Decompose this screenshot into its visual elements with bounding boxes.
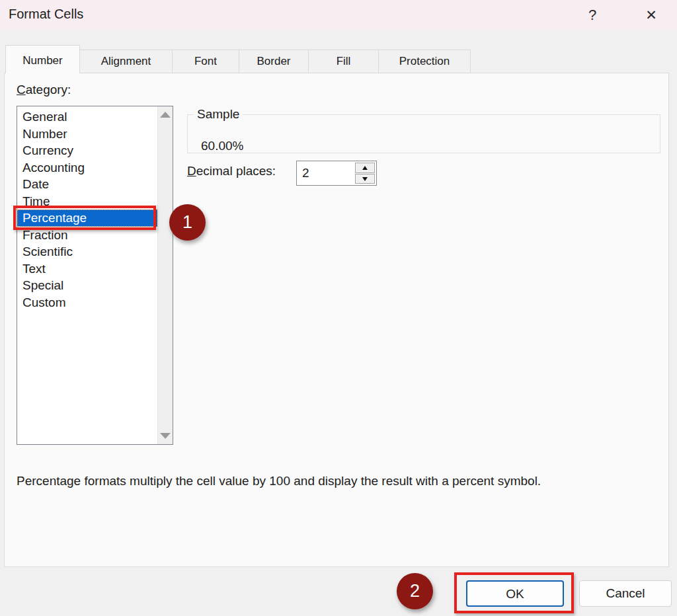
annotation-rect-2 bbox=[454, 572, 574, 613]
list-item-date[interactable]: Date bbox=[17, 176, 157, 193]
close-icon: ✕ bbox=[645, 7, 657, 22]
category-label: Category: bbox=[17, 83, 71, 97]
decimal-places-input[interactable] bbox=[297, 161, 352, 185]
spinner-down-button[interactable] bbox=[355, 174, 375, 184]
sample-legend: Sample bbox=[194, 107, 243, 122]
scroll-down-icon bbox=[160, 433, 171, 439]
tab-protection[interactable]: Protection bbox=[379, 50, 471, 73]
dialog-title: Format Cells bbox=[9, 7, 83, 22]
scroll-down-button[interactable] bbox=[158, 428, 173, 444]
help-icon: ? bbox=[588, 7, 596, 23]
list-item-custom[interactable]: Custom bbox=[17, 294, 157, 311]
annotation-rect-1 bbox=[13, 206, 156, 230]
annotation-badge-2-number: 2 bbox=[410, 581, 420, 601]
number-tab-page: Category: General Number Currency Accoun… bbox=[4, 73, 669, 567]
decimal-places-spinner bbox=[296, 161, 377, 186]
spinner-down-icon bbox=[362, 177, 368, 181]
tab-number[interactable]: Number bbox=[5, 45, 80, 73]
list-item-currency[interactable]: Currency bbox=[17, 142, 157, 159]
tab-font[interactable]: Font bbox=[173, 50, 239, 73]
annotation-badge-2: 2 bbox=[397, 573, 433, 609]
list-item-text[interactable]: Text bbox=[17, 260, 157, 278]
close-button[interactable]: ✕ bbox=[637, 3, 665, 27]
annotation-badge-1: 1 bbox=[169, 204, 206, 241]
tab-strip: Number Alignment Font Border Fill Protec… bbox=[5, 45, 471, 73]
spinner-up-button[interactable] bbox=[355, 163, 375, 173]
listbox-scrollbar[interactable] bbox=[157, 106, 173, 444]
list-item-scientific[interactable]: Scientific bbox=[17, 243, 157, 260]
sample-groupbox: Sample 60.00% bbox=[187, 107, 660, 153]
list-item-number[interactable]: Number bbox=[17, 126, 157, 143]
scroll-up-button[interactable] bbox=[158, 106, 173, 123]
list-item-accounting[interactable]: Accounting bbox=[17, 159, 157, 176]
decimal-places-label: Decimal places: bbox=[187, 164, 276, 178]
tab-fill[interactable]: Fill bbox=[309, 50, 379, 73]
scroll-up-icon bbox=[160, 112, 171, 118]
tab-border[interactable]: Border bbox=[239, 50, 309, 73]
spinner-up-icon bbox=[362, 166, 368, 170]
tab-alignment[interactable]: Alignment bbox=[80, 50, 173, 73]
list-item-general[interactable]: General bbox=[17, 108, 157, 126]
sample-value: 60.00% bbox=[201, 139, 243, 153]
list-item-special[interactable]: Special bbox=[17, 277, 157, 294]
annotation-badge-1-number: 1 bbox=[182, 212, 192, 233]
titlebar: Format Cells ? ✕ bbox=[0, 0, 677, 30]
spinner-buttons bbox=[355, 163, 375, 184]
category-listbox: General Number Currency Accounting Date … bbox=[17, 106, 173, 445]
help-button[interactable]: ? bbox=[580, 3, 604, 27]
description-text: Percentage formats multiply the cell val… bbox=[17, 474, 658, 488]
cancel-button[interactable]: Cancel bbox=[579, 580, 672, 607]
